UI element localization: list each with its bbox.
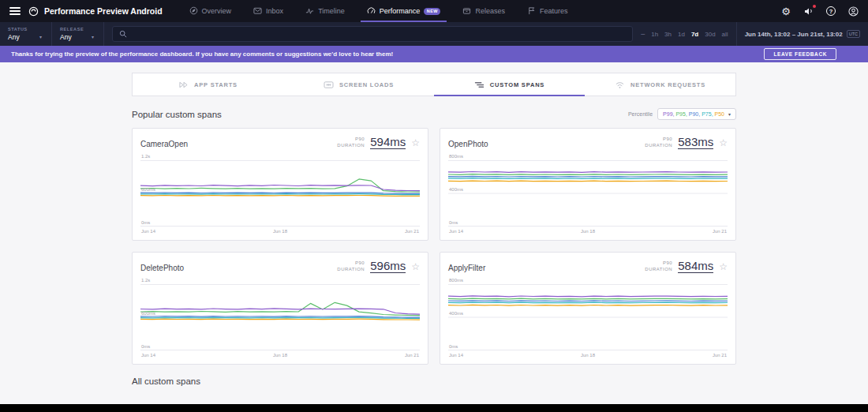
section-title: Popular custom spans	[132, 110, 222, 119]
metric-percentile: P90	[645, 260, 672, 266]
screen-loads-icon	[324, 81, 334, 89]
star-icon[interactable]: ☆	[719, 261, 728, 272]
percentile-p99: P99	[663, 111, 675, 117]
tab-screen-loads[interactable]: SCREEN LOADS	[283, 73, 434, 96]
duration-chart: 1.2s 600ms 0ms	[140, 160, 420, 227]
duration-chart: 800ms 400ms 0ms	[448, 284, 728, 350]
app-starts-icon	[178, 81, 189, 89]
release-filter-value: Any	[60, 33, 72, 41]
status-filter[interactable]: STATUS Any ▾	[0, 22, 52, 46]
time-range-group: 1h 3h 1d 7d 30d all	[651, 22, 735, 46]
x-axis-tick: Jun 21	[713, 229, 727, 234]
filter-bar: STATUS Any ▾ RELEASE Any ▾ – 1h 3h 1d 7d…	[0, 22, 868, 46]
metric-percentile: P90	[337, 136, 365, 142]
nav-item-label: Timeline	[318, 7, 345, 15]
status-filter-label: STATUS	[8, 27, 42, 32]
x-axis-tick: Jun 18	[581, 229, 595, 234]
nav-item-overview[interactable]: Overview	[189, 0, 232, 22]
settings-icon[interactable]: ⚙	[781, 6, 791, 17]
duration-value[interactable]: 583ms	[678, 135, 713, 149]
overview-icon	[189, 6, 198, 17]
search-bar[interactable]	[112, 26, 633, 42]
release-filter[interactable]: RELEASE Any ▾	[52, 22, 104, 46]
y-axis-tick: 800ms	[449, 278, 463, 283]
banner-message: Thanks for trying the preview of the per…	[11, 51, 393, 58]
nav-item-releases[interactable]: Releases	[462, 0, 505, 22]
span-card-deletephoto: DeletePhoto P90 DURATION 596ms ☆ 1.2s	[132, 252, 428, 365]
nav-item-performance[interactable]: Performance NEW	[367, 0, 441, 22]
performance-icon	[367, 6, 376, 17]
inbox-icon	[253, 6, 262, 17]
range-3h[interactable]: 3h	[664, 31, 672, 38]
nav-item-timeline[interactable]: Timeline	[305, 0, 345, 22]
nav-item-label: Overview	[202, 7, 232, 15]
app-title: Performance Preview Android	[44, 6, 163, 16]
range-1d[interactable]: 1d	[678, 31, 685, 38]
duration-metric: P90 DURATION 583ms ☆	[645, 135, 728, 149]
leave-feedback-button[interactable]: LEAVE FEEDBACK	[764, 48, 836, 60]
tab-label: NETWORK REQUESTS	[630, 81, 705, 88]
x-axis: Jun 14 Jun 18 Jun 21	[448, 229, 728, 236]
y-axis-tick: 600ms	[141, 311, 155, 316]
percentile-label: Percentile	[628, 111, 653, 117]
range-7d[interactable]: 7d	[691, 31, 698, 38]
tab-network-requests[interactable]: NETWORK REQUESTS	[585, 73, 735, 96]
features-icon	[527, 6, 536, 17]
search-input[interactable]	[132, 30, 626, 38]
search-icon	[119, 30, 127, 38]
x-axis-tick: Jun 18	[273, 353, 287, 358]
menu-icon[interactable]	[9, 7, 21, 15]
announcements-icon[interactable]	[803, 6, 814, 16]
metric-percentile: P90	[645, 136, 672, 142]
x-axis-tick: Jun 18	[273, 229, 287, 234]
y-axis-tick: 400ms	[449, 311, 463, 316]
y-axis-tick: 0ms	[141, 344, 150, 349]
nav-item-label: Inbox	[266, 7, 283, 15]
nav-item-label: Releases	[475, 7, 505, 15]
span-card-openphoto: OpenPhoto P90 DURATION 583ms ☆ 800ms 4	[440, 128, 736, 241]
timezone-badge: UTC	[847, 30, 860, 38]
x-axis: Jun 14 Jun 18 Jun 21	[448, 353, 728, 360]
span-name: OpenPhoto	[448, 140, 488, 148]
primary-nav: Overview Inbox Timeline Performance NEW …	[189, 0, 568, 22]
window-edge	[0, 404, 868, 412]
star-icon[interactable]: ☆	[411, 137, 420, 148]
app-window: Performance Preview Android Overview Inb…	[0, 0, 868, 412]
tab-custom-spans[interactable]: CUSTOM SPANS	[434, 73, 585, 96]
y-axis-tick: 0ms	[141, 220, 150, 225]
x-axis-tick: Jun 21	[713, 353, 727, 358]
app-logo-icon	[28, 6, 39, 17]
duration-value[interactable]: 596ms	[370, 259, 406, 273]
date-range-picker[interactable]: Jun 14th, 13:02 – Jun 21st, 13:02 UTC	[736, 22, 868, 46]
percentile-control: Percentile P99 P95 P90 P75 P50 ▾	[628, 108, 736, 120]
nav-item-label: Performance	[380, 7, 421, 15]
user-avatar-icon[interactable]	[848, 6, 859, 17]
y-axis-tick: 1.2s	[141, 154, 150, 159]
y-axis-tick: 0ms	[449, 344, 458, 349]
section-header: Popular custom spans Percentile P99 P95 …	[132, 108, 736, 120]
help-icon[interactable]: ?	[826, 6, 836, 16]
tab-app-starts[interactable]: APP STARTS	[133, 73, 283, 96]
duration-value[interactable]: 584ms	[678, 259, 713, 273]
span-name: CameraOpen	[140, 140, 188, 148]
top-nav: Performance Preview Android Overview Inb…	[0, 0, 868, 22]
duration-value[interactable]: 594ms	[370, 135, 406, 149]
range-all[interactable]: all	[722, 31, 728, 38]
x-axis-tick: Jun 21	[405, 353, 419, 358]
releases-icon	[462, 6, 471, 17]
tab-label: CUSTOM SPANS	[490, 81, 544, 88]
span-card-applyfilter: ApplyFilter P90 DURATION 584ms ☆ 800ms	[440, 252, 736, 365]
range-1h[interactable]: 1h	[651, 31, 658, 38]
duration-chart: 800ms 400ms 0ms	[448, 160, 728, 227]
preview-banner: Thanks for trying the preview of the per…	[0, 46, 868, 62]
star-icon[interactable]: ☆	[411, 261, 420, 272]
x-axis-tick: Jun 21	[405, 229, 419, 234]
nav-item-inbox[interactable]: Inbox	[253, 0, 283, 22]
tab-label: SCREEN LOADS	[339, 81, 394, 88]
y-axis-tick: 600ms	[141, 187, 155, 192]
span-cards-grid: CameraOpen P90 DURATION 594ms ☆ 1.2s 6	[132, 128, 736, 365]
nav-item-features[interactable]: Features	[527, 0, 568, 22]
percentile-select[interactable]: P99 P95 P90 P75 P50 ▾	[657, 108, 736, 120]
star-icon[interactable]: ☆	[719, 137, 728, 148]
range-30d[interactable]: 30d	[705, 31, 715, 38]
